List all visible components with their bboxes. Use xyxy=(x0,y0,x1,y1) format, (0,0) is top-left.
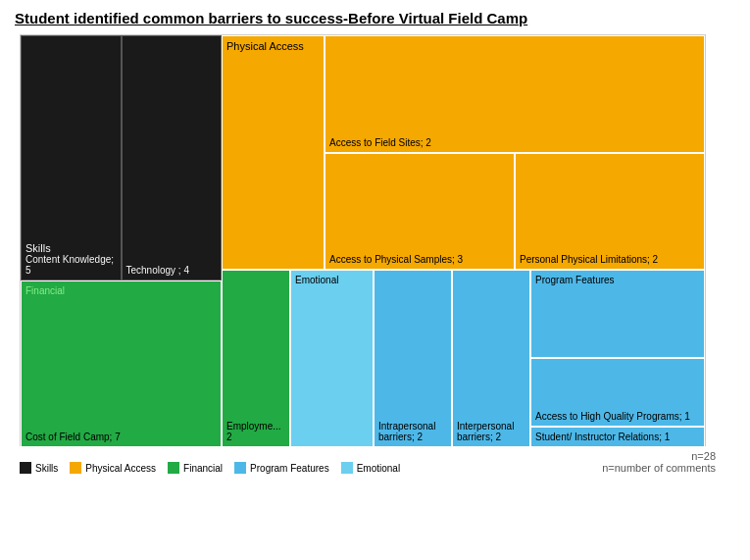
program-features-text: Program Features xyxy=(535,275,615,285)
emotional-label: Emotional xyxy=(295,275,369,285)
skills-column: Skills Content Knowledge; 5 Technology ;… xyxy=(21,35,222,447)
financial-label: Financial xyxy=(25,285,217,296)
legend-physical-access-box xyxy=(70,462,81,474)
program-features-label-cell: Program Features xyxy=(530,270,705,358)
legend-financial-label: Financial xyxy=(183,463,223,474)
legend-emotional: Emotional xyxy=(341,462,400,474)
page-title: Student identified common barriers to su… xyxy=(15,10,735,26)
skills-top-label: Skills xyxy=(25,242,51,254)
stats-block: n=28 n=number of comments xyxy=(602,450,716,474)
interpersonal-cell: Interpersonal barriers; 2 xyxy=(452,270,530,447)
legend-program-features-label: Program Features xyxy=(250,463,329,474)
access-physical-samples-label: Access to Physical Samples; 3 xyxy=(329,254,463,265)
legend-program-features-box xyxy=(234,462,246,474)
legend-physical-access-label: Physical Access xyxy=(85,463,156,474)
legend-financial-box xyxy=(168,462,179,474)
access-physical-samples-cell: Access to Physical Samples; 3 xyxy=(325,153,515,270)
access-high-quality-label: Access to High Quality Programs; 1 xyxy=(535,411,690,422)
treemap: Skills Content Knowledge; 5 Technology ;… xyxy=(20,34,706,446)
intrapersonal-label: Intrapersonal barriers; 2 xyxy=(378,421,447,442)
right-column: Physical Access Access to Field Sites; 2… xyxy=(222,35,705,447)
emotional-cell: Emotional xyxy=(290,270,374,447)
student-instructor-label: Student/ Instructor Relations; 1 xyxy=(535,432,670,442)
bottom-area: Skills Physical Access Financial Program… xyxy=(15,446,735,474)
technology-label: Technology ; 4 xyxy=(126,265,218,276)
cost-of-field-camp-cell: Financial Cost of Field Camp; 7 xyxy=(21,280,222,447)
skills-top-row: Skills Content Knowledge; 5 Technology ;… xyxy=(21,35,222,280)
employment-label: Employme... 2 xyxy=(226,421,285,442)
legend-skills: Skills xyxy=(20,462,58,474)
physical-access-right: Access to Field Sites; 2 Access to Physi… xyxy=(325,35,705,270)
legend-skills-box xyxy=(20,462,31,474)
stats-n: n=28 xyxy=(602,450,716,462)
legend-physical-access: Physical Access xyxy=(70,462,156,474)
cost-of-field-camp-label: Cost of Field Camp; 7 xyxy=(25,432,217,442)
technology-cell: Technology ; 4 xyxy=(122,35,223,280)
content-knowledge-label: Content Knowledge; 5 xyxy=(25,254,117,276)
physical-access-row: Physical Access Access to Field Sites; 2… xyxy=(222,35,705,270)
legend: Skills Physical Access Financial Program… xyxy=(20,462,400,474)
personal-physical-cell: Personal Physical Limitations; 2 xyxy=(515,153,705,270)
bottom-row: Employme... 2 Emotional Intrapersonal ba… xyxy=(222,270,705,447)
page: Student identified common barriers to su… xyxy=(0,0,750,560)
intrapersonal-cell: Intrapersonal barriers; 2 xyxy=(374,270,452,447)
chart-area: Skills Content Knowledge; 5 Technology ;… xyxy=(15,34,735,550)
legend-skills-label: Skills xyxy=(35,463,58,474)
physical-access-text: Physical Access xyxy=(226,40,304,52)
legend-emotional-box xyxy=(341,462,353,474)
student-instructor-cell: Student/ Instructor Relations; 1 xyxy=(530,427,705,447)
employment-cell: Employme... 2 xyxy=(222,270,290,447)
interpersonal-label: Interpersonal barriers; 2 xyxy=(457,421,525,442)
physical-access-label-cell: Physical Access xyxy=(222,35,325,270)
legend-financial: Financial xyxy=(168,462,223,474)
access-high-quality-cell: Access to High Quality Programs; 1 xyxy=(530,358,705,427)
legend-emotional-label: Emotional xyxy=(357,463,400,474)
content-knowledge-cell: Skills Content Knowledge; 5 xyxy=(21,35,122,280)
stats-n-desc: n=number of comments xyxy=(602,462,716,474)
access-to-field-sites-label: Access to Field Sites; 2 xyxy=(329,137,431,148)
personal-physical-label: Personal Physical Limitations; 2 xyxy=(520,254,658,265)
program-features-column: Program Features Access to High Quality … xyxy=(530,270,705,447)
access-bottom-row: Access to Physical Samples; 3 Personal P… xyxy=(325,153,705,270)
access-to-field-sites-cell: Access to Field Sites; 2 xyxy=(325,35,705,153)
legend-program-features: Program Features xyxy=(234,462,329,474)
